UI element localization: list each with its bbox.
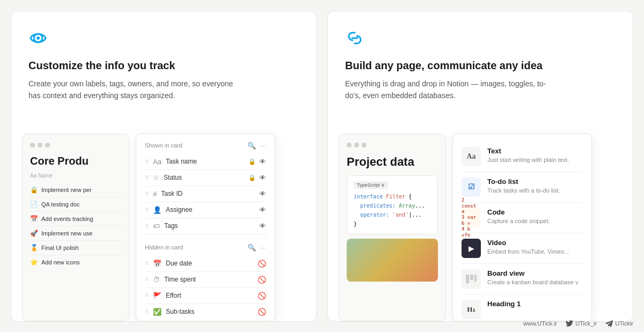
ct-title: To-do list — [487, 178, 560, 186]
list-item: 🏅Final UI polish — [30, 241, 121, 255]
ts-badge: TypeScript ∨ — [354, 181, 388, 189]
drag-handle: ⠿ — [145, 159, 149, 165]
eye-hidden-icon[interactable]: 🚫 — [258, 308, 266, 316]
dot-1 — [347, 143, 352, 147]
prop-row-effort: ⠿ 🚩 Effort 🚫 — [145, 288, 266, 304]
content-type-code: 2 const a 3 var b = 4 b +fo Code Capture… — [462, 203, 583, 233]
prop-type-icon: Aa — [153, 158, 162, 166]
content-type-text: Aa Text Just start writing with plain te… — [462, 142, 583, 172]
prop-type-icon: ☆ — [153, 174, 159, 182]
list-item: 🔒Implement new per — [30, 183, 121, 197]
ct-heading-content: Heading 1 — [487, 300, 521, 309]
ct-board-content: Board view Create a kanban board databas… — [487, 269, 578, 286]
window-dots — [30, 143, 121, 147]
eye-visible-icon[interactable]: 👁 — [259, 174, 266, 182]
left-panel-desc: Create your own labels, tags, owners, an… — [28, 78, 243, 102]
list-card: Core Produ Aa Name 🔒Implement new per 📄Q… — [22, 134, 129, 321]
content-types-card: Aa Text Just start writing with plain te… — [452, 134, 592, 321]
ct-title: Board view — [487, 269, 578, 277]
drag-handle: ⠿ — [145, 277, 149, 283]
ct-desc: Just start writing with plain text. — [487, 156, 569, 164]
ct-title: Code — [487, 208, 550, 216]
eye-hidden-icon[interactable]: 🚫 — [258, 292, 266, 300]
eye-visible-icon[interactable]: 👁 — [259, 190, 266, 198]
search-icon[interactable]: 🔍 — [247, 142, 256, 150]
properties-card: Shown in card 🔍 ··· ⠿ Aa Task name 🔒 — [136, 134, 275, 321]
left-demo-area: Core Produ Aa Name 🔒Implement new per 📄Q… — [22, 134, 316, 321]
twitter-icon — [566, 320, 573, 327]
prop-label: Due date — [166, 260, 192, 267]
ct-desc: Track tasks with a to-do list. — [487, 187, 560, 195]
eye-hidden-icon[interactable]: 🚫 — [258, 276, 266, 284]
fruit-image — [347, 239, 438, 282]
link-icon — [345, 28, 364, 48]
prop-type-icon: 🏷 — [153, 222, 160, 230]
board-type-icon — [462, 269, 481, 289]
eye-visible-icon[interactable]: 👁 — [259, 206, 266, 214]
drag-handle: ⠿ — [145, 261, 149, 267]
telegram-link[interactable]: UTickir — [605, 320, 633, 327]
more-icon[interactable]: ··· — [260, 244, 266, 252]
ct-code-content: Code Capture a code snippet. — [487, 208, 550, 225]
drag-handle: ⠿ — [145, 207, 149, 213]
code-type-icon: 2 const a 3 var b = 4 b +fo — [462, 208, 481, 227]
code-line: predicates: Array... — [354, 201, 431, 210]
ct-video-content: Video Embed from YouTube, Vimeo... — [487, 239, 569, 256]
svg-rect-5 — [474, 275, 477, 282]
list-item: 🚀Implement new use — [30, 226, 121, 241]
left-panel: Customize the info you track Create your… — [11, 11, 317, 322]
prop-label: Assignee — [166, 206, 192, 213]
prop-label: Tags — [164, 222, 178, 230]
dot-red — [30, 143, 35, 147]
eye-icon — [28, 28, 48, 48]
svg-rect-4 — [470, 275, 473, 280]
eye-visible-icon[interactable]: 👁 — [259, 158, 266, 166]
right-panel-title: Build any page, communicate any idea — [345, 58, 616, 72]
eye-hidden-icon[interactable]: 🚫 — [258, 260, 266, 268]
hidden-section-actions: 🔍 ··· — [247, 244, 266, 252]
prop-label: Time spent — [164, 276, 196, 283]
prop-type-icon: 🚩 — [153, 292, 162, 300]
drag-handle: ⠿ — [145, 223, 149, 229]
left-panel-title: Customize the info you track — [28, 58, 299, 72]
twitter-link[interactable]: UTick_ir — [566, 320, 597, 327]
content-type-heading: H₁ Heading 1 — [462, 294, 583, 321]
more-icon[interactable]: ··· — [260, 142, 266, 150]
code-line: interface Filter { — [354, 192, 431, 201]
ct-text-content: Text Just start writing with plain text. — [487, 147, 569, 164]
eye-visible-icon[interactable]: 👁 — [259, 222, 266, 230]
prop-label: Status — [164, 174, 182, 181]
prop-row-duedate: ⠿ 📅 Due date 🚫 — [145, 256, 266, 272]
drag-handle: ⠿ — [145, 175, 149, 181]
dot-2 — [354, 143, 359, 147]
prop-label: Task ID — [161, 190, 182, 197]
website-link[interactable]: www.UTick.ir — [523, 320, 557, 327]
prop-type-icon: 👤 — [153, 206, 162, 214]
prop-type-icon: 📅 — [153, 260, 162, 268]
prop-type-icon: ✅ — [153, 308, 162, 316]
prop-label: Sub-tasks — [166, 308, 194, 315]
list-item: 📅Add events tracking — [30, 212, 121, 226]
prop-row-status: ⠿ ☆ Status 🔒 👁 — [145, 170, 266, 186]
search-icon[interactable]: 🔍 — [247, 244, 256, 252]
main-container: Customize the info you track Create your… — [11, 11, 633, 322]
prop-type-icon: # — [153, 190, 157, 198]
ct-title: Text — [487, 147, 569, 155]
prop-type-icon: ⏱ — [153, 276, 160, 284]
prop-row-timespent: ⠿ ⏱ Time spent 🚫 — [145, 272, 266, 288]
prop-row-assignee: ⠿ 👤 Assignee 👁 — [145, 202, 266, 218]
right-panel-desc: Everything is drag and drop in Notion — … — [345, 78, 560, 102]
list-item: 📄QA testing doc — [30, 197, 121, 212]
code-line: operator: 'and'|... — [354, 210, 431, 219]
shown-section-title: Shown in card 🔍 ··· — [145, 142, 266, 150]
footer: www.UTick.ir UTick_ir UTickir — [523, 320, 633, 327]
ct-desc: Embed from YouTube, Vimeo... — [487, 248, 569, 256]
image-block — [347, 239, 438, 282]
lock-icon: 🔒 — [248, 174, 256, 181]
ct-title: Heading 1 — [487, 300, 521, 308]
prop-label: Task name — [166, 158, 197, 165]
svg-point-1 — [36, 36, 40, 40]
project-card: Project data TypeScript ∨ interface Filt… — [339, 134, 446, 321]
shown-section-actions: 🔍 ··· — [247, 142, 266, 150]
hidden-section-title: Hidden in card 🔍 ··· — [145, 244, 266, 252]
